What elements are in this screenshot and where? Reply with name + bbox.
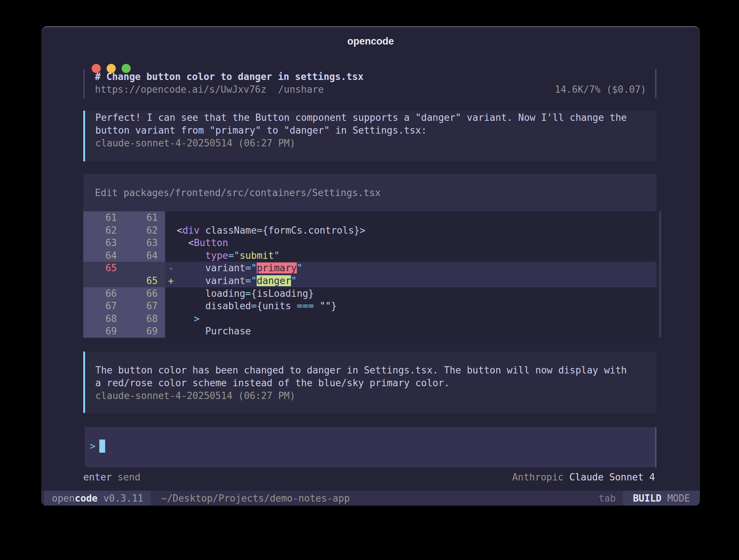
session-header: # Change button color to danger in setti… [83,69,656,98]
provider-name: Anthropic [512,472,564,483]
diff-gutter: 65 [83,262,165,275]
enter-key-hint: enter [83,472,112,483]
code-token [177,288,205,299]
code-token: " [274,250,280,261]
code-line: Purchase [177,325,251,338]
code-token: {formCs.controls} [263,225,360,236]
send-action-hint: send [118,472,141,483]
message-text-line: Perfect! I can see that the Button compo… [95,111,646,124]
old-line-number: 69 [83,325,117,338]
diff-gutter: 6666 [83,287,165,300]
new-line-number: 69 [117,325,158,338]
message-text-line: button variant from "primary" to "danger… [95,124,646,137]
code-token [314,300,320,311]
diff-scrollbar[interactable] [659,211,661,338]
code-line: disabled={units === ""} [177,300,337,312]
status-bar: opencode v0.3.11 ~/Desktop/Projects/demo… [41,491,700,506]
code-token: } [331,300,337,311]
code-token: = [228,250,234,261]
code-token [177,326,205,337]
diff-sign [165,325,177,338]
code-line: <Button [177,237,228,249]
new-line-number: 65 [117,275,158,287]
app-name-open: open [52,493,75,504]
code-token: " [251,275,257,286]
diff-sign [165,237,177,249]
diff-gutter: 6262 [83,224,165,237]
old-line-number: 66 [83,287,117,300]
context-stats: 14.6K/7% ($0.07) [555,83,646,96]
assistant-message: The button color has been changed to dan… [83,352,656,413]
code-token: variant [205,262,245,273]
code-line: variant="primary" [177,262,302,275]
diff-row: 6767 disabled={units === ""} [83,300,656,312]
working-directory: ~/Desktop/Projects/demo-notes-app [161,493,350,504]
diff-gutter: 6868 [83,312,165,325]
code-token: variant [205,275,245,286]
share-url[interactable]: https://opencode.ai/s/UwJxv76z [95,83,267,96]
code-token: disabled [205,300,251,311]
new-line-number: 63 [117,237,158,249]
diff-row: 6262<div className={formCs.controls}> [83,224,656,237]
diff-gutter: 6969 [83,325,165,338]
code-token: " [291,275,297,286]
diff-row: 65+ variant="danger" [83,275,656,287]
new-line-number: 67 [117,300,158,312]
diff-rows: 61616262<div className={formCs.controls}… [83,211,656,338]
model-name: Claude Sonnet 4 [569,472,655,483]
app-version-chip: opencode v0.3.11 [44,491,151,506]
code-token [177,275,205,286]
diff-gutter: 6363 [83,237,165,249]
code-line: type="submit" [177,249,280,262]
code-token: className [200,225,257,236]
title-bar: opencode [41,27,700,53]
code-token: = [245,288,251,299]
code-line: loading={isLoading} [177,287,314,300]
prompt-input[interactable]: > [83,427,656,467]
app-name-code: code [75,493,98,504]
old-line-number [83,275,117,287]
code-line: > [177,312,200,325]
new-line-number: 64 [117,249,158,262]
new-line-number: 62 [117,224,158,237]
edit-tool-header: Edit packages/frontend/src/containers/Se… [83,174,656,211]
message-lines: The button color has been changed to dan… [95,364,646,390]
message-meta: claude-sonnet-4-20250514 (06:27 PM) [95,137,646,150]
diff-row: 6868 > [83,312,656,325]
old-line-number: 68 [83,312,117,325]
model-indicator: Anthropic Claude Sonnet 4 [512,471,655,484]
old-line-number: 63 [83,237,117,249]
diff-gutter: 6767 [83,300,165,312]
tab-key-hint: tab [598,493,616,504]
code-token: {units [257,300,297,311]
code-token: < [177,237,194,248]
hints-row: enter send Anthropic Claude Sonnet 4 [83,471,656,484]
unshare-command: /unshare [278,83,324,96]
mode-indicator[interactable]: BUILD MODE [623,491,700,506]
diff-sign [165,249,177,262]
new-line-number: 68 [117,312,158,325]
old-line-number: 61 [83,211,117,224]
diff-sign: + [165,275,177,287]
diff-row: 6464 type="submit" [83,249,656,262]
message-meta: claude-sonnet-4-20250514 (06:27 PM) [95,390,646,402]
diff-gutter: 65 [83,275,165,287]
session-title: # Change button color to danger in setti… [95,70,646,83]
send-hint: enter send [83,471,141,484]
edit-tool-card: Edit packages/frontend/src/containers/Se… [83,174,656,338]
diff-sign [165,312,177,325]
old-line-number: 65 [83,262,117,275]
diff-row: 6969 Purchase [83,325,656,338]
app-version: v0.3.11 [103,493,143,504]
diff-sign [165,224,177,237]
code-token: submit [240,250,274,261]
message-lines: Perfect! I can see that the Button compo… [95,111,646,137]
code-token: > [194,313,200,324]
code-token: " [234,250,240,261]
window-title: opencode [41,36,700,47]
assistant-message: Perfect! I can see that the Button compo… [83,111,656,161]
diff-sign: - [165,262,177,275]
diff-gutter: 6464 [83,249,165,262]
message-text-line: The button color has been changed to dan… [95,364,646,377]
text-cursor [99,440,105,453]
